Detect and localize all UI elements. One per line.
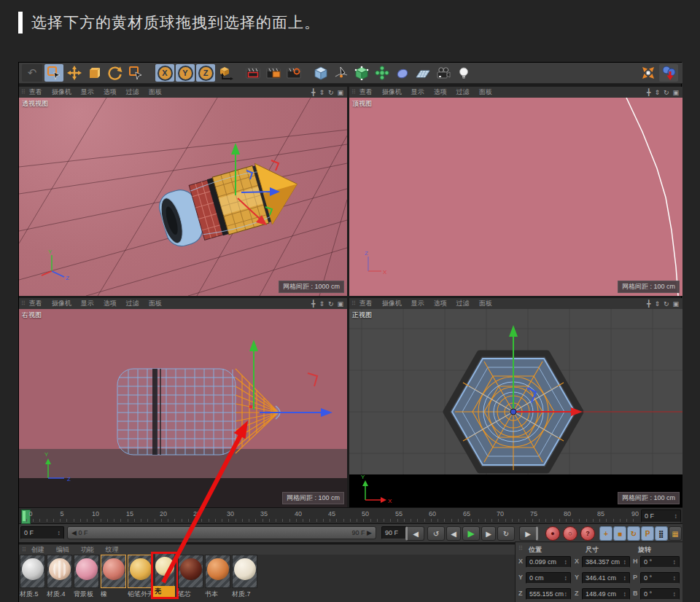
material-item[interactable]: 书本 bbox=[205, 555, 230, 599]
viewport-perspective[interactable]: ⠿ 查看 摄像机 显示 选项 过滤 面板 ╋ ⇕ ↻ ▣ 透视视图 bbox=[19, 87, 347, 296]
material-sphere[interactable] bbox=[49, 558, 71, 580]
slider-right-arrow-icon[interactable]: ▶ bbox=[367, 529, 372, 536]
material-item[interactable]: 铅笔外壳 bbox=[128, 555, 153, 599]
viewport-top[interactable]: ⠿ 查看 摄像机 显示 选项 过滤 面板 ╋ ⇕ ↻ ▣ 顶视图 bbox=[349, 87, 682, 296]
record-keyframe-button[interactable]: ● bbox=[545, 526, 560, 541]
spinner-icon[interactable]: ↕ bbox=[564, 558, 568, 566]
spinner-icon[interactable]: ↕ bbox=[564, 574, 568, 582]
spline-pen-icon[interactable] bbox=[332, 64, 351, 82]
material-sphere[interactable] bbox=[76, 558, 98, 580]
grip-icon[interactable]: ⠿ bbox=[21, 300, 25, 307]
material-sphere[interactable] bbox=[103, 558, 125, 580]
pan-icon[interactable]: ╋ bbox=[647, 300, 650, 308]
menu-options[interactable]: 选项 bbox=[104, 87, 117, 97]
menu-camera[interactable]: 摄像机 bbox=[52, 87, 71, 97]
menu-camera[interactable]: 摄像机 bbox=[382, 87, 402, 97]
menu-function[interactable]: 功能 bbox=[81, 545, 94, 555]
menu-filter[interactable]: 过滤 bbox=[126, 87, 139, 97]
rot-p-field[interactable]: 0 °↕ bbox=[640, 572, 680, 584]
spinner-icon[interactable]: ↕ bbox=[623, 574, 627, 582]
grip-icon[interactable]: ⠿ bbox=[21, 89, 25, 95]
go-to-start-button[interactable]: ◀ bbox=[405, 526, 424, 541]
front-canvas[interactable]: 正视图 bbox=[349, 309, 682, 507]
spinner-icon[interactable]: ↕ bbox=[673, 590, 677, 598]
camera-icon[interactable] bbox=[434, 64, 453, 82]
top-canvas[interactable]: 顶视图 Z X 网格间距 : 100 cm bbox=[349, 98, 682, 296]
menu-filter[interactable]: 过滤 bbox=[126, 299, 139, 308]
menu-create[interactable]: 创建 bbox=[31, 545, 44, 555]
range-start-field[interactable]: 0 F↕ bbox=[20, 526, 64, 539]
key-position-toggle[interactable]: + bbox=[599, 526, 612, 541]
menu-edit[interactable]: 编辑 bbox=[56, 545, 69, 555]
size-x-field[interactable]: 384.357 cm↕ bbox=[582, 556, 630, 568]
keyframe-selection-button[interactable]: ? bbox=[580, 526, 595, 541]
material-item[interactable]: 材质.5 bbox=[20, 555, 45, 599]
orbit-icon[interactable]: ↻ bbox=[328, 300, 334, 308]
menu-view[interactable]: 查看 bbox=[359, 87, 373, 97]
axis-center-icon[interactable] bbox=[639, 64, 658, 82]
render-to-picture-icon[interactable] bbox=[264, 64, 283, 82]
grip-icon[interactable]: ⠿ bbox=[351, 89, 355, 95]
go-to-end-button[interactable]: ▶ bbox=[519, 526, 538, 541]
menu-camera[interactable]: 摄像机 bbox=[52, 299, 71, 308]
material-item[interactable]: 材质.4 bbox=[47, 555, 72, 599]
orbit-icon[interactable]: ↻ bbox=[328, 89, 334, 96]
rot-b-field[interactable]: 0 °↕ bbox=[640, 588, 680, 600]
dolly-icon[interactable]: ⇕ bbox=[319, 300, 324, 308]
key-scale-toggle[interactable]: ■ bbox=[613, 526, 626, 541]
light-icon[interactable] bbox=[454, 64, 473, 82]
orbit-icon[interactable]: ↻ bbox=[664, 89, 669, 96]
material-item[interactable]: 橡 bbox=[101, 555, 126, 599]
spinner-icon[interactable]: ↕ bbox=[674, 512, 678, 520]
orbit-icon[interactable]: ↻ bbox=[664, 300, 669, 308]
spline-primitive-icon[interactable] bbox=[393, 64, 412, 82]
dolly-icon[interactable]: ⇕ bbox=[654, 300, 660, 308]
pos-z-field[interactable]: 555.155 cm↕ bbox=[526, 588, 571, 600]
key-rotation-toggle[interactable]: ↻ bbox=[627, 526, 640, 541]
rot-h-field[interactable]: 0 °↕ bbox=[640, 556, 680, 568]
spinner-icon[interactable]: ↕ bbox=[58, 529, 61, 536]
rect-selection-icon[interactable] bbox=[126, 64, 145, 82]
spinner-icon[interactable]: ↕ bbox=[564, 590, 568, 598]
grip-icon[interactable]: ⠿ bbox=[22, 547, 26, 553]
pan-icon[interactable]: ╋ bbox=[311, 89, 315, 96]
perspective-canvas[interactable]: 透视视图 bbox=[19, 98, 347, 296]
menu-panel[interactable]: 面板 bbox=[479, 299, 492, 308]
previous-frame-button[interactable]: ◀ bbox=[446, 526, 461, 541]
pan-icon[interactable]: ╋ bbox=[311, 300, 315, 308]
menu-filter[interactable]: 过滤 bbox=[456, 87, 470, 97]
pos-y-field[interactable]: 0 cm↕ bbox=[526, 572, 571, 584]
dolly-icon[interactable]: ⇕ bbox=[319, 89, 324, 96]
viewport-front[interactable]: ⠿ 查看 摄像机 显示 选项 过滤 面板 ╋ ⇕ ↻ ▣ 正视图 bbox=[349, 298, 682, 507]
z-axis-lock-button[interactable]: Z bbox=[196, 64, 215, 82]
material-sphere[interactable] bbox=[207, 558, 229, 580]
pan-icon[interactable]: ╋ bbox=[647, 89, 650, 96]
menu-options[interactable]: 选项 bbox=[434, 87, 447, 97]
slider-left-arrow-icon[interactable]: ◀ bbox=[71, 529, 77, 536]
menu-display[interactable]: 显示 bbox=[411, 87, 424, 97]
menu-panel[interactable]: 面板 bbox=[149, 299, 162, 308]
spinner-icon[interactable]: ↕ bbox=[673, 574, 677, 582]
frame-range-slider[interactable]: ◀ 0 F 90 F ▶ bbox=[67, 526, 376, 539]
render-view-icon[interactable] bbox=[244, 64, 262, 82]
size-y-field[interactable]: 346.41 cm↕ bbox=[582, 572, 630, 584]
material-item[interactable]: 背景板 bbox=[74, 555, 99, 599]
material-sphere[interactable] bbox=[155, 557, 174, 576]
next-frame-button[interactable]: ▶ bbox=[481, 526, 496, 541]
viewport-right[interactable]: ⠿ 查看 摄像机 显示 选项 过滤 面板 ╋ ⇕ ↻ ▣ 右视图 bbox=[19, 298, 347, 507]
grip-icon[interactable]: ⠿ bbox=[518, 545, 523, 552]
spinner-icon[interactable]: ↕ bbox=[623, 590, 627, 598]
autokey-button[interactable]: ○ bbox=[563, 526, 578, 541]
loop-button[interactable]: ↻ bbox=[497, 526, 515, 541]
floor-icon[interactable] bbox=[413, 64, 432, 82]
playback-options-icon[interactable]: ▦ bbox=[669, 526, 682, 541]
menu-options[interactable]: 选项 bbox=[104, 299, 117, 308]
material-name-editing[interactable]: 壳 bbox=[153, 586, 175, 597]
move-tool-icon[interactable] bbox=[65, 64, 84, 82]
render-settings-icon[interactable] bbox=[284, 64, 303, 82]
y-axis-lock-button[interactable]: Y bbox=[176, 64, 195, 82]
menu-display[interactable]: 显示 bbox=[411, 299, 424, 308]
menu-view[interactable]: 查看 bbox=[29, 87, 42, 97]
coordinate-system-icon[interactable] bbox=[217, 64, 236, 82]
primitive-cube-icon[interactable] bbox=[311, 64, 330, 82]
